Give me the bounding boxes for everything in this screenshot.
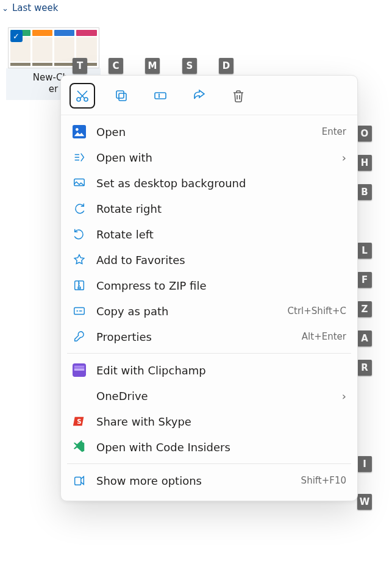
- keyhint: A: [357, 330, 372, 346]
- svg-rect-12: [74, 368, 85, 371]
- keyhint: L: [357, 243, 372, 259]
- vscode-insiders-icon: [72, 440, 87, 454]
- menu-label: Open with: [96, 151, 332, 164]
- cut-button[interactable]: [69, 83, 95, 109]
- menu-label: Copy as path: [96, 305, 278, 318]
- keyhint: R: [357, 360, 372, 376]
- star-icon: [72, 252, 87, 267]
- group-label: Last week: [12, 2, 58, 13]
- menu-show-more[interactable]: Show more options Shift+F10: [61, 468, 357, 493]
- svg-rect-2: [119, 93, 126, 101]
- menu-label: OneDrive: [96, 390, 332, 402]
- keyhint: C: [109, 58, 123, 74]
- menu-label: Open: [96, 126, 312, 138]
- menu-properties[interactable]: Properties Alt+Enter: [61, 324, 357, 349]
- chevron-down-icon: ⌄: [2, 4, 9, 13]
- keyhint: W: [357, 494, 372, 510]
- context-menu: Open Enter Open with › Set as desktop ba…: [60, 75, 358, 501]
- menu-label: Share with Skype: [96, 415, 346, 428]
- keyhint: T: [73, 58, 87, 74]
- svg-text:S: S: [77, 418, 81, 425]
- menu-set-background[interactable]: Set as desktop background: [61, 170, 357, 196]
- menu-label: Edit with Clipchamp: [96, 364, 346, 377]
- menu-label: Compress to ZIP file: [96, 279, 346, 292]
- clipchamp-icon: [72, 363, 87, 377]
- menu-rotate-left[interactable]: Rotate left: [61, 221, 357, 247]
- svg-point-0: [77, 98, 80, 101]
- keyhint: B: [357, 184, 372, 200]
- blank-icon: [72, 388, 87, 403]
- copy-path-icon: [72, 304, 87, 318]
- copy-button[interactable]: [109, 83, 134, 109]
- menu-shortcut: Ctrl+Shift+C: [288, 305, 346, 316]
- svg-point-6: [76, 128, 79, 131]
- keyhint: F: [357, 272, 372, 288]
- menu-label: Show more options: [96, 474, 291, 487]
- keyhint: S: [182, 58, 197, 74]
- share-button[interactable]: [187, 83, 212, 109]
- separator: [67, 353, 351, 354]
- keyhint: H: [357, 155, 372, 171]
- keyhint: O: [357, 126, 372, 141]
- menu-shortcut: Enter: [322, 126, 346, 137]
- menu-shortcut: Alt+Enter: [302, 331, 346, 342]
- svg-rect-3: [116, 91, 124, 98]
- open-with-icon: [72, 150, 87, 165]
- keyhint: Z: [357, 301, 372, 317]
- keyhint: I: [357, 456, 372, 472]
- menu-compress-zip[interactable]: Compress to ZIP file: [61, 273, 357, 298]
- menu-add-favorites[interactable]: Add to Favorites: [61, 247, 357, 273]
- menu-label: Set as desktop background: [96, 177, 346, 190]
- rotate-left-icon: [72, 227, 87, 241]
- context-toolbar: [61, 79, 357, 115]
- menu-label: Rotate right: [96, 202, 346, 215]
- separator: [67, 463, 351, 464]
- menu-label: Open with Code Insiders: [96, 441, 346, 454]
- svg-rect-14: [75, 477, 81, 485]
- zip-icon: [72, 278, 87, 293]
- selected-check-icon: ✓: [10, 30, 23, 42]
- keyhint: M: [145, 58, 160, 74]
- menu-open-with[interactable]: Open with ›: [61, 145, 357, 170]
- group-header[interactable]: ⌄ Last week: [0, 0, 392, 16]
- menu-open[interactable]: Open Enter: [61, 119, 357, 145]
- svg-rect-5: [73, 125, 86, 138]
- chevron-right-icon: ›: [342, 390, 346, 402]
- keyhint: D: [219, 58, 233, 74]
- svg-rect-4: [155, 93, 166, 99]
- svg-rect-11: [74, 366, 85, 368]
- delete-button[interactable]: [226, 83, 251, 109]
- rename-button[interactable]: [148, 83, 173, 109]
- menu-rotate-right[interactable]: Rotate right: [61, 196, 357, 221]
- photo-app-icon: [72, 124, 87, 139]
- desktop-bg-icon: [72, 176, 87, 190]
- menu-vscode-insiders[interactable]: Open with Code Insiders: [61, 434, 357, 460]
- wrench-icon: [72, 329, 87, 344]
- menu-label: Add to Favorites: [96, 254, 346, 266]
- menu-label: Rotate left: [96, 228, 346, 241]
- svg-point-1: [84, 98, 88, 101]
- skype-icon: S: [72, 414, 87, 429]
- rotate-right-icon: [72, 201, 87, 216]
- menu-onedrive[interactable]: OneDrive ›: [61, 383, 357, 409]
- menu-copy-path[interactable]: Copy as path Ctrl+Shift+C: [61, 298, 357, 324]
- menu-shortcut: Shift+F10: [301, 475, 346, 486]
- menu-skype[interactable]: S Share with Skype: [61, 409, 357, 434]
- chevron-right-icon: ›: [342, 151, 346, 164]
- more-options-icon: [72, 473, 87, 488]
- menu-label: Properties: [96, 330, 292, 343]
- menu-clipchamp[interactable]: Edit with Clipchamp: [61, 357, 357, 383]
